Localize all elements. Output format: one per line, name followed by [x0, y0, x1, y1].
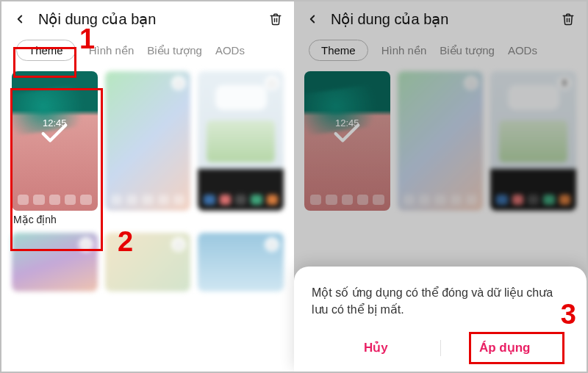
theme-item[interactable]: ◌: [198, 233, 284, 291]
header: Nội dung của bạn: [1, 1, 294, 31]
left-screenshot: Nội dung của bạn Theme Hình nền Biểu tượ…: [1, 1, 294, 372]
annotation-1: 1: [79, 23, 95, 55]
download-icon: ◌: [171, 76, 186, 90]
theme-label: [198, 214, 284, 225]
right-screenshot: Nội dung của bạn Theme Hình nền Biểu tượ…: [294, 1, 587, 372]
theme-item[interactable]: ◌: [105, 71, 191, 211]
highlight-box-2: [10, 88, 103, 251]
back-button[interactable]: [12, 11, 28, 27]
tab-wallpaper[interactable]: Hình nền: [89, 44, 135, 57]
download-icon: ◌: [265, 76, 279, 90]
annotation-3: 3: [561, 299, 576, 330]
tab-aods[interactable]: AODs: [215, 44, 245, 57]
highlight-box-1: [13, 47, 76, 78]
dialog-message: Một số ứng dụng có thể đóng và dữ liệu c…: [312, 284, 569, 318]
delete-button[interactable]: [268, 11, 284, 27]
highlight-box-3: [469, 332, 564, 364]
theme-item[interactable]: ◌: [198, 71, 284, 211]
cancel-button[interactable]: Hủy: [312, 334, 440, 361]
download-icon: ◌: [265, 237, 279, 252]
annotation-2: 2: [118, 226, 133, 258]
download-icon: ◌: [171, 237, 186, 252]
theme-label: [105, 214, 191, 225]
tab-icons[interactable]: Biểu tượng: [147, 44, 202, 57]
page-title: Nội dung của bạn: [38, 10, 257, 28]
